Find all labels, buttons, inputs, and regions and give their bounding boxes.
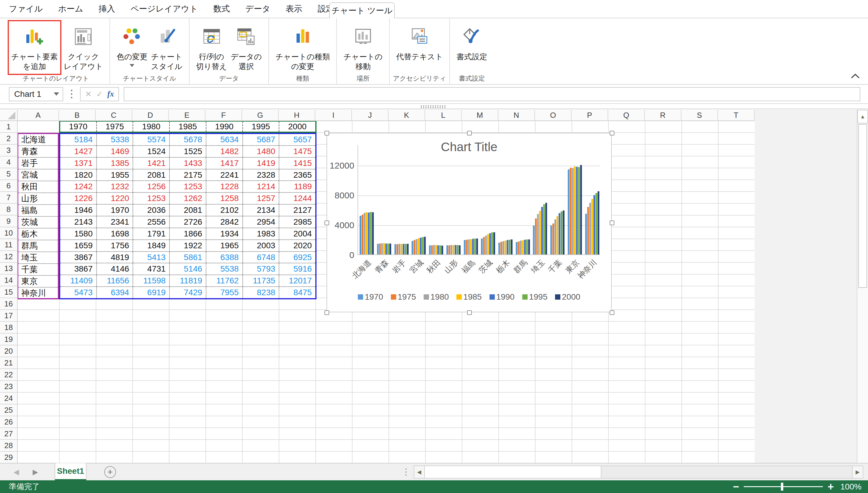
bar-1980[interactable] [364,213,366,255]
bar-1995[interactable] [595,193,597,255]
bar-1970[interactable] [429,245,431,255]
row-header-27[interactable]: 27 [0,428,18,440]
value-cell[interactable]: 1258 [207,193,243,204]
bar-1990[interactable] [420,238,421,255]
bar-1975[interactable] [570,168,571,255]
bar-1990[interactable] [385,243,387,255]
bar-1970[interactable] [464,240,465,255]
value-cell[interactable]: 1965 [207,240,243,251]
column-header-S[interactable]: S [681,110,718,121]
row-header-6[interactable]: 6 [0,180,18,192]
alt-text-button[interactable]: 代替テキスト [396,21,443,62]
format-pane-button[interactable]: 書式設定 [456,21,487,62]
bar-1990[interactable] [403,244,405,255]
resize-handle[interactable] [324,131,329,135]
column-header-T[interactable]: T [718,110,755,121]
resize-handle[interactable] [610,131,614,135]
prefecture-cell[interactable]: 福島 [18,205,58,217]
bar-1990[interactable] [559,213,560,255]
year-cell[interactable]: 1975 [97,122,133,132]
menu-tab[interactable]: 表示 [286,3,302,15]
value-cell[interactable]: 1417 [207,158,243,169]
value-cell[interactable]: 2328 [243,169,280,181]
bar-1970[interactable] [533,226,535,255]
value-cell[interactable]: 5538 [207,263,243,275]
value-cell[interactable]: 5793 [243,263,280,275]
value-cell[interactable]: 7955 [207,287,243,298]
bar-1975[interactable] [587,207,589,255]
bar-1995[interactable] [474,238,476,255]
horizontal-scrollbar[interactable]: ◀ ▶ [414,466,863,478]
value-cell[interactable]: 1226 [60,193,97,204]
bar-1985[interactable] [418,238,419,255]
zoom-percentage[interactable]: 100% [840,482,862,492]
bar-1975[interactable] [449,245,450,255]
bar-group-岩手[interactable] [393,145,410,255]
value-cell[interactable]: 5634 [207,134,243,145]
value-cell[interactable]: 2341 [97,216,133,228]
value-cell[interactable]: 1257 [243,193,280,204]
value-cell[interactable]: 2081 [170,205,207,216]
column-header-A[interactable]: A [18,110,59,121]
column-header-K[interactable]: K [389,110,425,121]
splitter-drag-handle[interactable] [420,105,446,108]
bar-1985[interactable] [539,211,541,255]
value-cell[interactable]: 2556 [133,216,170,228]
formula-input[interactable] [124,87,860,101]
bar-2000[interactable] [598,191,599,255]
bar-1970[interactable] [550,226,552,255]
prefecture-name-column[interactable]: 北海道青森岩手宮城秋田山形福島茨城栃木群馬埼玉千葉東京神奈川 [17,133,59,299]
bar-2000[interactable] [476,238,478,255]
value-cell[interactable]: 7429 [170,287,207,298]
value-cell[interactable]: 1983 [243,228,280,239]
value-cell[interactable]: 2003 [243,240,280,251]
row-header-1[interactable]: 1 [0,121,18,133]
bar-group-秋田[interactable] [428,145,445,255]
bar-1975[interactable] [396,244,398,255]
value-cell[interactable]: 5146 [170,263,207,275]
value-cell[interactable]: 2365 [279,169,315,181]
zoom-slider[interactable] [744,486,823,487]
value-cell[interactable]: 11598 [133,275,170,286]
row-header-16[interactable]: 16 [0,298,18,310]
bar-1990[interactable] [368,213,370,255]
value-cell[interactable]: 6919 [133,287,170,298]
value-cell[interactable]: 2175 [170,169,207,181]
menu-tab[interactable]: ファイル [9,3,43,15]
value-cell[interactable]: 4819 [97,252,133,263]
value-cell[interactable]: 2726 [170,216,207,228]
value-cell[interactable]: 2102 [207,205,243,216]
year-cell[interactable]: 2000 [279,122,315,132]
value-cell[interactable]: 5574 [133,134,170,145]
bar-2000[interactable] [407,244,409,255]
prefecture-cell[interactable]: 茨城 [18,217,58,229]
value-cell[interactable]: 5678 [170,134,207,145]
value-cell[interactable]: 1475 [279,146,315,157]
value-cell[interactable]: 1849 [133,240,170,251]
select-all-corner[interactable] [0,110,18,121]
column-header-N[interactable]: N [498,110,535,121]
bar-1985[interactable] [400,244,403,255]
prefecture-cell[interactable]: 千葉 [18,264,58,276]
bar-1975[interactable] [483,237,485,255]
row-header-20[interactable]: 20 [0,345,18,357]
bar-1985[interactable] [591,199,593,255]
bar-1995[interactable] [439,245,441,255]
bar-1970[interactable] [447,245,448,255]
value-cell[interactable]: 1922 [170,240,207,251]
bar-1970[interactable] [481,238,483,255]
legend-item-1985[interactable]: 1985 [456,292,481,302]
value-cell[interactable]: 5338 [97,134,133,145]
bar-1985[interactable] [522,240,524,255]
bar-1980[interactable] [555,219,556,255]
value-cell[interactable]: 5687 [243,134,280,145]
value-cell[interactable]: 1820 [60,169,97,181]
value-cell[interactable]: 1866 [170,228,207,239]
bar-1980[interactable] [537,214,539,255]
value-cell[interactable]: 2954 [243,216,280,228]
bar-1985[interactable] [557,216,558,255]
tab-chart-tools[interactable]: チャート ツール [329,2,395,18]
value-cell[interactable]: 2143 [60,216,97,228]
value-cell[interactable]: 1415 [279,158,315,169]
prefecture-cell[interactable]: 東京 [18,276,58,287]
